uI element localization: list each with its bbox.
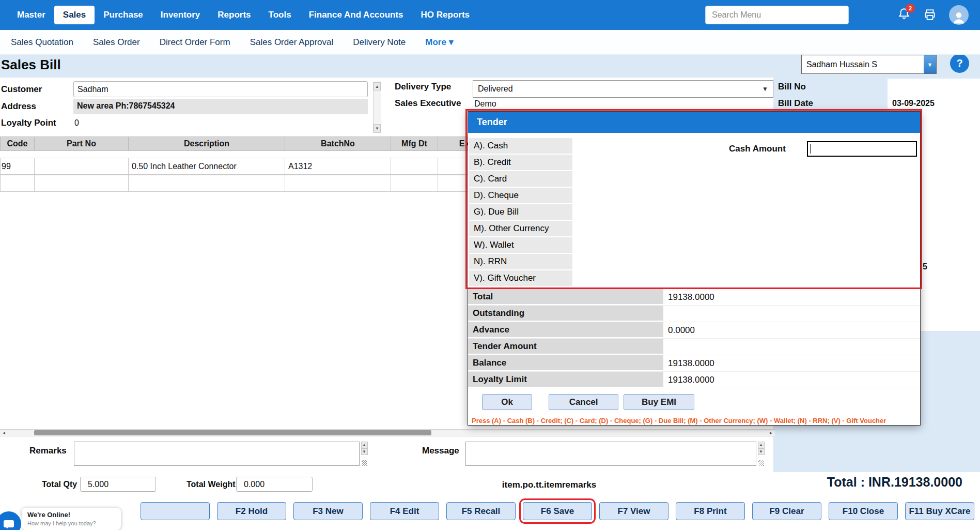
avatar[interactable] (949, 5, 969, 25)
tender-option-credit[interactable]: B). Credit (469, 155, 572, 170)
customer-input[interactable] (73, 81, 368, 97)
tender-dialog-title: Tender (477, 117, 507, 128)
topnav-right-cluster: 2 (705, 5, 972, 25)
tender-option-wallet[interactable]: W). Wallet (469, 237, 572, 253)
row1-part-no-cell[interactable] (34, 158, 129, 175)
col-header-batchno[interactable]: BatchNo (285, 137, 391, 151)
help-button[interactable]: ? (950, 54, 969, 73)
cancel-button[interactable]: Cancel (549, 394, 618, 410)
subnav-more[interactable]: More ▾ (415, 32, 463, 53)
nav-inventory[interactable]: Inventory (152, 6, 209, 24)
f4-edit-button[interactable]: F4 Edit (370, 502, 439, 520)
row2-mfg-dt-cell[interactable] (391, 175, 438, 192)
subnav-direct-order-form[interactable]: Direct Order Form (150, 32, 240, 53)
remarks-textarea[interactable] (74, 442, 360, 466)
nav-ho-reports[interactable]: HO Reports (412, 6, 478, 24)
col-header-description[interactable]: Description (128, 137, 285, 151)
salesperson-dropdown[interactable]: Sadham Hussain S ▼ (801, 55, 937, 74)
delivery-type-select[interactable]: Delivered ▼ (473, 80, 773, 98)
row2-description-cell[interactable] (128, 175, 285, 192)
row2-part-no-cell[interactable] (34, 175, 129, 192)
col-header-code[interactable]: Code (0, 137, 35, 151)
summary-tender-amount-label: Tender Amount (468, 339, 663, 355)
scroll-up-icon[interactable]: ▲ (758, 442, 765, 448)
row2-batchno-cell[interactable] (285, 175, 391, 192)
tender-option-other-currency[interactable]: M). Other Currency (469, 221, 572, 236)
tender-option-due-bill[interactable]: G). Due Bill (469, 204, 572, 220)
message-label: Message (422, 446, 459, 456)
table-horizontal-scrollbar[interactable]: ◄ ► (0, 429, 775, 436)
chat-status-text: We're Online! (27, 511, 115, 519)
f2-hold-button[interactable]: F2 Hold (217, 502, 286, 520)
scroll-right-icon[interactable]: ► (767, 430, 775, 436)
row1-code-cell[interactable]: 99 (0, 158, 35, 175)
subnav-delivery-note[interactable]: Delivery Note (343, 32, 415, 53)
text-cursor (810, 144, 811, 154)
cash-amount-label: Cash Amount (729, 144, 786, 154)
nav-master[interactable]: Master (8, 6, 54, 24)
chat-launcher[interactable] (0, 510, 23, 530)
resize-grip-icon[interactable] (362, 460, 367, 466)
chat-prompt-text: How may I help you today? (27, 520, 115, 526)
f8-print-button[interactable]: F8 Print (676, 502, 745, 520)
col-header-part-no[interactable]: Part No (34, 137, 129, 151)
nav-tools[interactable]: Tools (260, 6, 300, 24)
f7-view-button[interactable]: F7 View (599, 502, 668, 520)
subnav-sales-order-approval[interactable]: Sales Order Approval (240, 32, 344, 53)
address-value-row[interactable]: New area Ph:7867545324 (73, 99, 368, 114)
scroll-down-icon[interactable]: ▼ (361, 448, 368, 455)
customer-panel-scrollbar[interactable]: ▲ ▼ (373, 82, 381, 133)
resize-grip-icon[interactable] (758, 460, 764, 466)
message-scroll-controls[interactable]: ▲ ▼ (757, 442, 765, 466)
tender-option-rrn[interactable]: N). RRN (469, 254, 572, 269)
subnav-sales-quotation[interactable]: Sales Quotation (1, 32, 83, 53)
f1-blank-button[interactable] (141, 502, 210, 520)
message-textarea[interactable] (465, 442, 756, 466)
summary-outstanding-value (663, 306, 920, 322)
total-qty-input[interactable] (80, 477, 156, 492)
sales-executive-label: Sales Executive (395, 98, 461, 109)
remarks-scroll-controls[interactable]: ▲ ▼ (361, 442, 368, 466)
total-weight-input[interactable] (236, 477, 313, 492)
nav-purchase[interactable]: Purchase (95, 6, 152, 24)
cash-amount-input[interactable] (807, 141, 917, 157)
sub-nav: Sales Quotation Sales Order Direct Order… (0, 30, 980, 55)
notifications-button[interactable]: 2 (897, 7, 911, 23)
dropdown-arrow-icon: ▼ (924, 55, 936, 73)
horizontal-scroll-thumb[interactable] (34, 430, 431, 435)
row1-description-cell[interactable]: 0.50 Inch Leather Connector (128, 158, 285, 175)
summary-row-total: Total 19138.0000 (468, 289, 920, 306)
chat-status-card[interactable]: We're Online! How may I help you today? (22, 508, 121, 530)
tender-option-cheque[interactable]: D). Cheque (469, 188, 572, 203)
f5-recall-button[interactable]: F5 Recall (446, 502, 516, 520)
scrollbar-track[interactable] (374, 90, 381, 124)
f10-close-button[interactable]: F10 Close (829, 502, 898, 520)
f9-clear-button[interactable]: F9 Clear (752, 502, 821, 520)
tender-option-gift-voucher[interactable]: V). Gift Voucher (469, 270, 572, 286)
f6-save-button[interactable]: F6 Save (523, 502, 592, 520)
row1-batchno-cell[interactable]: A1312 (285, 158, 391, 175)
tender-option-cash[interactable]: A). Cash (469, 138, 572, 154)
subnav-sales-order[interactable]: Sales Order (83, 32, 150, 53)
nav-sales[interactable]: Sales (54, 6, 95, 24)
scroll-down-icon[interactable]: ▼ (374, 124, 381, 132)
row1-mfg-dt-cell[interactable] (391, 158, 438, 175)
row2-code-cell[interactable] (0, 175, 35, 192)
ok-button[interactable]: Ok (482, 394, 532, 410)
search-input[interactable] (705, 6, 849, 24)
scroll-down-icon[interactable]: ▼ (758, 448, 765, 455)
col-header-mfg-dt[interactable]: Mfg Dt (391, 137, 438, 151)
scroll-up-icon[interactable]: ▲ (374, 82, 381, 90)
summary-outstanding-label: Outstanding (468, 306, 663, 322)
nav-finance-and-accounts[interactable]: Finance And Accounts (300, 6, 412, 24)
scroll-left-icon[interactable]: ◄ (0, 430, 8, 436)
nav-reports[interactable]: Reports (209, 6, 259, 24)
tender-option-card[interactable]: C). Card (469, 171, 572, 187)
scroll-up-icon[interactable]: ▲ (361, 442, 368, 448)
buy-emi-button[interactable]: Buy EMI (624, 394, 694, 410)
f3-new-button[interactable]: F3 New (293, 502, 363, 520)
printer-icon[interactable] (923, 8, 937, 22)
delivery-type-label: Delivery Type (395, 82, 451, 92)
f11-buy-xcare-button[interactable]: F11 Buy XCare (905, 502, 974, 520)
tender-dialog-header[interactable]: Tender (468, 112, 920, 133)
